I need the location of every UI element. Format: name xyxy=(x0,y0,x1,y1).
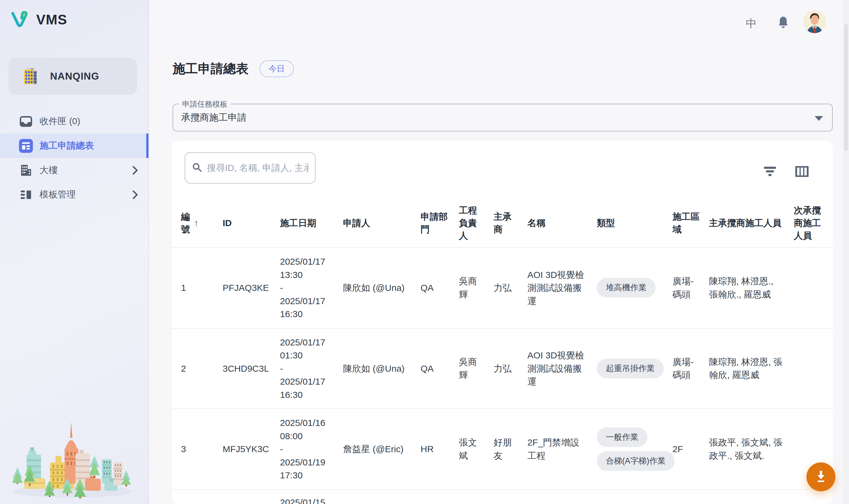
table-card: 編號 ↑ ID 施工日期 申請人 申請部門 工程負責人 主承商 名稱 類型 施工… xyxy=(172,141,833,504)
screen: VMS NAN xyxy=(0,0,849,504)
cell-date: 2025/01/17 01:30 - 2025/01/17 16:30 xyxy=(280,336,343,401)
cell-id: MFJ5YK3C xyxy=(223,443,280,456)
cell-date: 2025/01/15 xyxy=(280,496,343,504)
sidebar-item-label: 模板管理 xyxy=(39,188,76,201)
sidebar-item-buildings[interactable]: 大樓 xyxy=(0,158,149,182)
column-header: 施工區域 xyxy=(673,211,709,236)
table-row[interactable]: 2025/01/15 xyxy=(172,489,833,504)
cell-manager: 張文斌 xyxy=(459,436,493,462)
cell-no: 3 xyxy=(181,443,223,456)
notifications-bell-icon[interactable] xyxy=(777,16,789,30)
column-header-no[interactable]: 編號 ↑ xyxy=(181,211,223,236)
column-header: 名稱 xyxy=(527,217,597,229)
sidebar-item-templates[interactable]: 模板管理 xyxy=(0,182,149,207)
page-scrollbar xyxy=(843,0,849,504)
cell-types: 一般作業合梯(A字梯)作業 xyxy=(597,428,673,471)
search-icon xyxy=(192,162,202,174)
cell-applicant: 詹益星 (@Eric) xyxy=(343,443,420,456)
filter-icon[interactable] xyxy=(763,166,777,177)
search-box xyxy=(185,152,316,184)
form-icon xyxy=(19,139,33,153)
type-chip: 合梯(A字梯)作業 xyxy=(597,451,675,471)
table-row[interactable]: 3 MFJ5YK3C 2025/01/16 08:00 - 2025/01/19… xyxy=(172,409,833,489)
column-header: ID xyxy=(223,217,280,229)
sidebar-item-label: 收件匣 (0) xyxy=(39,115,80,127)
sidebar-item-construction-list[interactable]: 施工申請總表 xyxy=(0,133,149,158)
column-header: 類型 xyxy=(597,217,673,229)
page-title: 施工申請總表 xyxy=(173,60,248,77)
sort-ascending-icon: ↑ xyxy=(194,217,198,229)
language-toggle[interactable]: 中 xyxy=(745,16,757,31)
column-header: 施工日期 xyxy=(280,217,343,229)
column-header: 申請部門 xyxy=(420,211,459,236)
city-illustration xyxy=(2,414,145,502)
cell-department: HR xyxy=(420,443,459,456)
chevron-right-icon xyxy=(132,190,138,200)
cell-contractor: 好朋友 xyxy=(493,436,527,462)
scrollbar-thumb[interactable] xyxy=(844,24,848,151)
sidebar-item-label: 施工申請總表 xyxy=(39,140,94,152)
cell-department: QA xyxy=(420,362,459,375)
column-header: 主承商 xyxy=(493,211,527,236)
cell-id: PFJAQ3KE xyxy=(223,281,280,294)
type-chip: 起重吊掛作業 xyxy=(597,359,664,378)
cell-staff: 張政平, 張文斌, 張政平., 張文斌. xyxy=(709,436,794,462)
cell-no: 1 xyxy=(181,281,223,294)
cell-staff: 陳琮翔, 林澄恩, 張翰欣, 羅恩威 xyxy=(709,355,794,382)
sidebar: VMS NAN xyxy=(0,0,149,504)
cell-contractor: 力弘 xyxy=(493,281,527,294)
column-header: 申請人 xyxy=(343,217,420,229)
org-switcher[interactable]: NANQING xyxy=(8,58,137,95)
cell-name: AOI 3D視覺檢測測試設備搬運 xyxy=(527,268,597,308)
cell-name: AOI 3D視覺檢測測試設備搬運 xyxy=(527,349,597,388)
chevron-right-icon xyxy=(132,165,138,175)
cell-date: 2025/01/16 08:00 - 2025/01/19 17:30 xyxy=(280,416,343,482)
cell-types: 堆高機作業 xyxy=(597,278,673,298)
cell-area: 廣場-碼頭 xyxy=(673,355,709,382)
cell-name: 2F_門禁增設工程 xyxy=(527,436,597,462)
column-header: 主承攬商施工人員 xyxy=(709,217,794,229)
cell-manager: 吳商輝 xyxy=(459,355,493,382)
user-avatar[interactable] xyxy=(803,10,826,33)
cell-applicant: 陳欣如 (@Una) xyxy=(343,362,420,375)
sidebar-menu: 收件匣 (0) 施工申請總表 xyxy=(0,109,149,207)
columns-icon[interactable] xyxy=(795,166,809,177)
type-chip: 一般作業 xyxy=(597,428,647,447)
app-logo: VMS xyxy=(11,10,67,29)
cell-area: 2F xyxy=(673,443,709,456)
cell-contractor: 力弘 xyxy=(493,362,527,375)
org-building-icon xyxy=(20,65,42,88)
vms-logo-icon xyxy=(11,10,30,29)
type-chip: 堆高機作業 xyxy=(597,278,656,298)
template-select[interactable]: 申請任務模板 承攬商施工申請 xyxy=(173,104,833,131)
cell-manager: 吳商輝 xyxy=(459,275,493,301)
cell-department: QA xyxy=(420,281,459,294)
cell-id: 3CHD9C3L xyxy=(223,362,280,375)
column-header: 次承攬商施工人員 xyxy=(794,204,833,242)
cell-staff: 陳琮翔, 林澄恩., 張翰欣., 羅恩威 xyxy=(709,275,794,301)
column-header: 工程負責人 xyxy=(459,204,493,242)
cell-types: 起重吊掛作業 xyxy=(597,359,673,378)
cell-no: 2 xyxy=(181,362,223,375)
cell-area: 廣場-碼頭 xyxy=(673,275,709,301)
applications-table: 編號 ↑ ID 施工日期 申請人 申請部門 工程負責人 主承商 名稱 類型 施工… xyxy=(172,199,833,504)
template-select-value: 承攬商施工申請 xyxy=(181,104,246,131)
table-body: 1 PFJAQ3KE 2025/01/17 13:30 - 2025/01/17… xyxy=(172,247,833,504)
dropdown-arrow-icon xyxy=(815,116,823,121)
table-row[interactable]: 2 3CHD9C3L 2025/01/17 01:30 - 2025/01/17… xyxy=(172,328,833,409)
sidebar-item-inbox[interactable]: 收件匣 (0) xyxy=(0,109,149,133)
cell-applicant: 陳欣如 (@Una) xyxy=(343,281,420,294)
inbox-icon xyxy=(19,114,33,128)
cell-date: 2025/01/17 13:30 - 2025/01/17 16:30 xyxy=(280,255,343,321)
building-icon xyxy=(19,163,33,177)
download-icon xyxy=(815,470,827,484)
download-fab[interactable] xyxy=(807,463,835,491)
today-badge: 今日 xyxy=(259,60,294,77)
sidebar-item-label: 大樓 xyxy=(39,164,58,176)
template-icon xyxy=(19,187,33,202)
app-name: VMS xyxy=(36,12,67,28)
table-header-row: 編號 ↑ ID 施工日期 申請人 申請部門 工程負責人 主承商 名稱 類型 施工… xyxy=(172,199,833,247)
table-row[interactable]: 1 PFJAQ3KE 2025/01/17 13:30 - 2025/01/17… xyxy=(172,247,833,328)
search-input[interactable] xyxy=(207,163,308,173)
org-name: NANQING xyxy=(50,71,99,82)
